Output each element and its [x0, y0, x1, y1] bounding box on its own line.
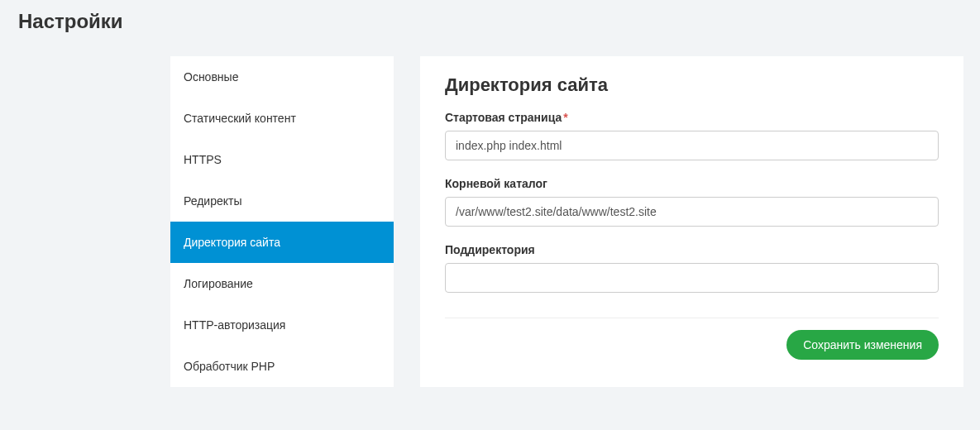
required-marker: * — [563, 111, 567, 124]
root-dir-label: Корневой каталог — [445, 177, 939, 190]
sidebar-item-static[interactable]: Статический контент — [170, 98, 394, 139]
save-button[interactable]: Сохранить изменения — [786, 330, 939, 360]
sidebar-item-https[interactable]: HTTPS — [170, 139, 394, 180]
root-dir-input[interactable] — [445, 197, 939, 227]
sub-dir-input[interactable] — [445, 263, 939, 293]
sidebar-item-php[interactable]: Обработчик PHP — [170, 346, 394, 387]
sidebar-item-directory[interactable]: Директория сайта — [170, 222, 394, 263]
content-title: Директория сайта — [445, 74, 939, 96]
sub-dir-label: Поддиректория — [445, 243, 939, 256]
sidebar-item-main[interactable]: Основные — [170, 56, 394, 98]
divider — [445, 318, 939, 318]
content-panel: Директория сайта Стартовая страница* Кор… — [420, 56, 963, 387]
start-page-input[interactable] — [445, 131, 939, 160]
page-title: Настройки — [0, 0, 980, 33]
sidebar-item-redirects[interactable]: Редиректы — [170, 180, 394, 222]
start-page-label: Стартовая страница* — [445, 111, 939, 124]
settings-sidebar: Основные Статический контент HTTPS Редир… — [170, 56, 394, 387]
sidebar-item-logging[interactable]: Логирование — [170, 263, 394, 304]
sidebar-item-http-auth[interactable]: HTTP-авторизация — [170, 304, 394, 346]
